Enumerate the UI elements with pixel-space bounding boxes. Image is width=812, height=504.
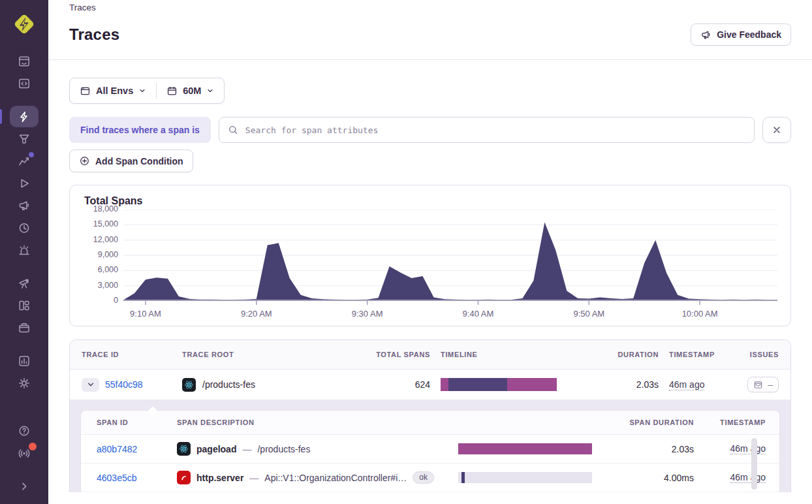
sidebar-item-alerts[interactable] [10,239,39,260]
search-icon [228,125,238,135]
sentry-logo-icon[interactable] [11,11,37,37]
react-icon [177,442,191,456]
trace-id-link[interactable]: 55f40c98 [105,379,143,390]
breadcrumb[interactable]: Traces [69,3,791,12]
settings-icon [18,377,31,390]
time-range-filter[interactable]: 60M [157,78,224,103]
sidebar-item-releases[interactable] [10,217,39,238]
span-id-link[interactable]: 4603e5cb [97,473,166,483]
col-duration: DURATION [617,351,659,358]
give-feedback-label: Give Feedback [717,29,781,40]
sidebar-item-discover[interactable] [10,272,39,294]
chevron-down-icon [206,87,214,95]
col-total-spans: TOTAL SPANS [376,351,430,358]
calendar-icon [166,86,178,97]
collapse-icon [18,480,31,493]
col-span-id: SPAN ID [97,418,166,426]
sidebar-collapse-button[interactable] [10,475,39,497]
span-description: /products-fes [257,444,310,454]
search-input[interactable] [244,125,745,136]
span-id-link[interactable]: a80b7482 [97,444,166,454]
traces-icon [18,110,31,123]
trace-timeline-bar [441,378,557,391]
plus-circle-icon [79,155,90,166]
span-row: 4603e5cb http.server — Api::V1::Organiza… [81,464,779,492]
chart-plot-area: 9:10 AM9:20 AM9:30 AM9:40 AM9:50 AM10:00… [123,210,777,321]
issues-inbox-icon [753,380,763,390]
total-spans-panel: Total Spans 18,00015,00012,0009,0006,000… [69,185,791,326]
trace-duration: 2.03s [636,379,659,390]
add-span-condition-label: Add Span Condition [95,156,183,166]
environment-filter-label: All Envs [96,86,133,96]
col-trace-root: TRACE ROOT [182,351,354,358]
add-span-condition-button[interactable]: Add Span Condition [69,150,193,172]
chart-y-axis: 18,00015,00012,0009,0006,0003,0000 [83,210,123,305]
page-header: Traces Traces Give Feedback [48,0,812,60]
span-status-badge: ok [413,471,434,484]
total-spans-value: 624 [415,379,430,390]
sidebar-item-replays[interactable] [10,172,39,194]
sidebar-item-dashboards[interactable] [10,294,39,316]
sidebar-item-whats-new[interactable] [10,442,39,464]
environment-filter[interactable]: All Envs [70,78,156,103]
issues-icon [18,55,31,68]
trace-table-header: TRACE ID TRACE ROOT TOTAL SPANS TIMELINE… [70,340,790,370]
replays-icon [18,177,31,190]
sidebar-item-settings[interactable] [10,372,39,394]
trace-issues-button[interactable]: – [747,377,779,392]
chart-x-axis: 9:10 AM9:20 AM9:30 AM9:40 AM9:50 AM10:00… [123,305,777,321]
close-icon [772,125,782,135]
sidebar-item-stats[interactable] [10,350,39,371]
sidebar-item-help[interactable] [10,420,39,441]
search-prefix-label: Find traces where a span is [69,117,211,143]
span-search-row: Find traces where a span is [69,117,791,143]
dashboards-icon [18,299,31,312]
sidebar-item-traces[interactable] [10,106,39,127]
insights-icon [18,133,31,146]
sidebar-item-crons[interactable] [10,317,39,338]
span-table: SPAN ID SPAN DESCRIPTION SPAN DURATION T… [80,410,780,492]
sidebar-item-projects[interactable] [10,72,39,94]
span-duration-bar [458,443,592,454]
chevron-down-icon [138,87,146,95]
span-description: Api::V1::OrganizationController#i… [264,473,407,483]
trace-timestamp[interactable]: 46m ago [669,379,704,390]
trace-expander-button[interactable] [82,378,99,392]
span-row: a80b7482 pageload — /products-fes [81,435,779,464]
sidebar [0,0,48,504]
trace-table: TRACE ID TRACE ROOT TOTAL SPANS TIMELINE… [69,339,791,492]
sidebar-item-user-feedback[interactable] [10,195,39,216]
total-spans-area-chart [123,210,777,305]
give-feedback-button[interactable]: Give Feedback [691,24,791,46]
clear-search-button[interactable] [762,117,791,143]
help-icon [18,424,31,437]
span-timestamp[interactable]: 46m ago [730,443,766,454]
trace-row: 55f40c98 /products-fes 624 2.03s 46m ago [70,370,790,400]
expanded-trace-section: SPAN ID SPAN DESCRIPTION SPAN DURATION T… [70,400,790,492]
chevron-down-icon [87,381,95,388]
notification-dot [29,152,34,157]
trace-root-label: /products-fes [202,379,255,390]
releases-icon [18,221,31,234]
span-timestamp[interactable]: 46m ago [730,472,766,483]
sidebar-item-insights[interactable] [10,128,39,150]
span-table-scrollbar[interactable] [751,438,757,490]
span-op: http.server [196,473,243,483]
crons-icon [18,321,31,334]
window-icon [80,86,91,97]
col-span-description: SPAN DESCRIPTION [177,418,448,426]
col-issues: ISSUES [750,351,779,358]
sidebar-item-performance[interactable] [10,150,39,172]
megaphone-icon [700,29,711,40]
issues-count: – [768,379,773,390]
projects-icon [18,77,31,90]
discover-icon [18,277,31,290]
time-range-filter-label: 60M [183,86,201,96]
span-table-header: SPAN ID SPAN DESCRIPTION SPAN DURATION T… [81,411,779,435]
sidebar-item-issues[interactable] [10,50,39,72]
span-op: pageload [196,444,236,454]
span-duration: 4.00ms [664,473,694,483]
ruby-icon [177,471,191,484]
react-icon [182,378,196,392]
chart-title: Total Spans [84,195,777,207]
